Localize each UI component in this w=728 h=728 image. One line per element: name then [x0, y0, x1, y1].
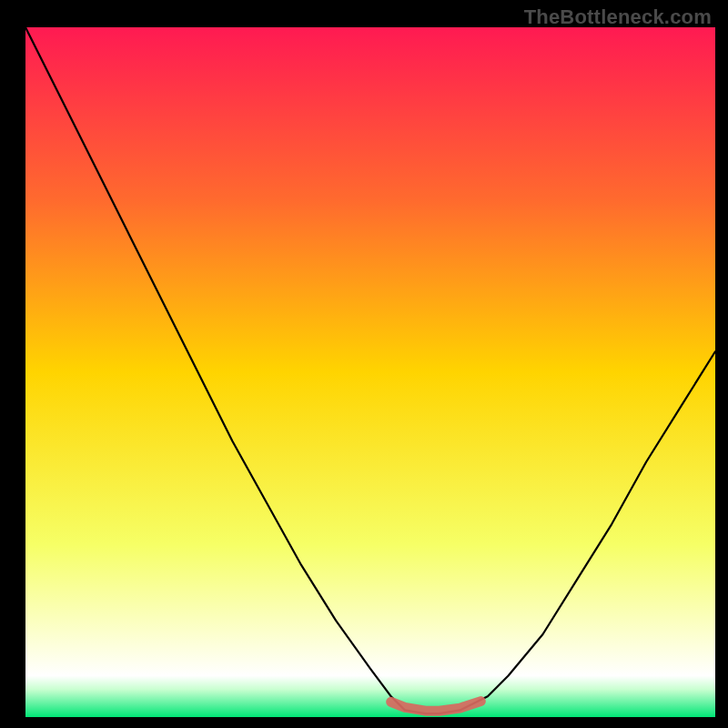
watermark-text: TheBottleneck.com [524, 5, 712, 29]
chart-svg [25, 27, 715, 717]
chart-stage: TheBottleneck.com [0, 0, 728, 728]
gradient-background [25, 27, 715, 717]
plot-area [25, 27, 715, 717]
